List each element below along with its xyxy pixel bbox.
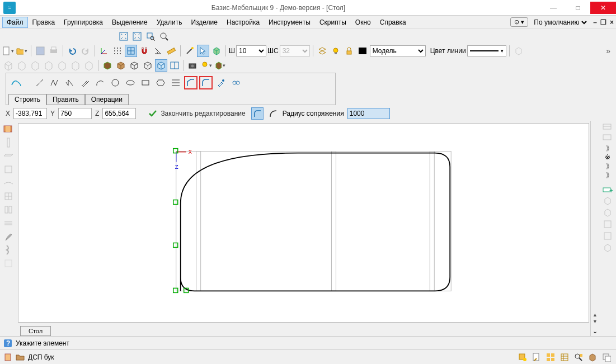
drawing-canvas[interactable]: x z <box>18 123 589 323</box>
render-solid-icon[interactable] <box>101 59 114 72</box>
render-hidden-icon[interactable] <box>142 59 154 72</box>
eyedropper-icon[interactable] <box>214 76 228 89</box>
lt-sheet-icon[interactable] <box>2 163 15 176</box>
rt-box5-icon[interactable] <box>603 243 612 254</box>
rt-box1-icon[interactable] <box>603 196 612 207</box>
tab-edit[interactable]: Править <box>46 94 85 105</box>
material-box-icon[interactable] <box>214 59 226 72</box>
hexagon-icon[interactable] <box>154 76 167 89</box>
open-button[interactable] <box>16 45 28 57</box>
finish-edit-link[interactable]: Закончить редактирование <box>161 110 245 117</box>
magnet-icon[interactable] <box>138 45 151 57</box>
undo-button[interactable] <box>66 45 78 57</box>
mdi-close[interactable]: × <box>610 18 614 26</box>
fillet-mode1-icon[interactable] <box>251 107 264 120</box>
rt-hinge1-icon[interactable]: ⟫ <box>606 144 610 152</box>
width-combo[interactable]: 10 <box>236 45 266 56</box>
lt-bar-icon[interactable] <box>2 136 15 149</box>
menu-select[interactable]: Выделение <box>107 17 152 28</box>
rt-hinge2-icon[interactable]: ※ <box>605 153 610 161</box>
zigzag-icon[interactable] <box>63 76 77 89</box>
doc-tab-stol[interactable]: Стол <box>20 326 51 336</box>
menu-group[interactable]: Группировка <box>59 17 107 28</box>
lt-grid-icon[interactable] <box>2 190 15 202</box>
polyline-icon[interactable] <box>48 76 62 89</box>
redo-button[interactable] <box>79 45 92 57</box>
menu-window[interactable]: Окно <box>351 17 375 28</box>
axes-icon[interactable] <box>98 45 110 57</box>
lt-brush-icon[interactable] <box>2 230 15 243</box>
parallel-icon[interactable] <box>78 76 92 89</box>
layers-icon[interactable] <box>316 45 328 57</box>
mdi-minimize[interactable]: – <box>593 18 597 26</box>
ruler-icon[interactable] <box>165 45 177 57</box>
clipboard-icon[interactable] <box>3 353 12 362</box>
lt-hidden-icon[interactable] <box>2 257 15 270</box>
tab-build[interactable]: Строить <box>8 94 46 105</box>
maximize-button[interactable]: □ <box>566 2 590 14</box>
view-iso-icon[interactable] <box>83 59 95 72</box>
rt-box3-icon[interactable] <box>603 220 612 230</box>
fit-view-icon[interactable] <box>117 30 130 42</box>
arc-icon[interactable] <box>93 76 107 89</box>
tab-ops[interactable]: Операции <box>85 94 129 105</box>
menu-edit[interactable]: Правка <box>28 17 60 28</box>
box-3d-icon[interactable] <box>210 45 223 57</box>
rt-box4-icon[interactable] <box>603 231 612 242</box>
menu-file[interactable]: Файл <box>2 17 28 28</box>
lt-split-icon[interactable] <box>2 204 15 216</box>
lt-slab-icon[interactable] <box>2 150 15 162</box>
rt-box2-icon[interactable] <box>603 208 612 219</box>
contour-icon[interactable] <box>10 76 23 89</box>
lt-lines-icon[interactable] <box>2 217 15 229</box>
zoom-extents-icon[interactable] <box>131 30 143 42</box>
menu-scripts[interactable]: Скрипты <box>315 17 351 28</box>
snap-grid-icon[interactable] <box>125 45 137 57</box>
view-back-icon[interactable] <box>16 59 28 72</box>
sb-icon6[interactable] <box>586 351 599 363</box>
x-input[interactable] <box>13 108 47 119</box>
circle-icon[interactable] <box>109 76 122 89</box>
view-left-icon[interactable] <box>29 59 41 72</box>
rect-icon[interactable] <box>139 76 152 89</box>
render-wire-icon[interactable] <box>128 59 140 72</box>
render-shaded-icon[interactable] <box>115 59 127 72</box>
sb-icon4[interactable] <box>558 351 571 363</box>
mdi-restore[interactable]: ❐ <box>600 18 606 26</box>
print-button[interactable] <box>48 45 60 57</box>
ellipse-icon[interactable] <box>124 76 137 89</box>
close-button[interactable]: ✕ <box>590 2 616 14</box>
chamfer-icon[interactable] <box>184 76 198 89</box>
view-bottom-icon[interactable] <box>69 59 82 72</box>
sb-icon2[interactable] <box>530 351 543 363</box>
lock-icon[interactable] <box>343 45 355 57</box>
box-small-icon[interactable] <box>512 45 525 57</box>
lt-panel-icon[interactable] <box>2 123 15 135</box>
check-icon[interactable] <box>148 109 157 118</box>
rt-add-icon[interactable]: + <box>603 187 613 195</box>
line-style-combo[interactable]: ▾ <box>467 45 506 56</box>
minimize-button[interactable]: — <box>541 2 566 14</box>
menu-help[interactable]: Справка <box>375 17 411 28</box>
tangent-lines-icon[interactable] <box>169 76 182 89</box>
key-indicator[interactable]: ⊙ ▾ <box>510 17 528 27</box>
link-icon[interactable] <box>229 76 243 89</box>
sb-icon5[interactable] <box>572 351 585 363</box>
folder-icon[interactable] <box>16 353 25 362</box>
menu-settings[interactable]: Настройка <box>222 17 264 28</box>
menu-delete[interactable]: Удалить <box>152 17 187 28</box>
wand-icon[interactable] <box>184 45 196 57</box>
select-mode-icon[interactable] <box>197 45 209 57</box>
light-icon[interactable] <box>200 59 213 72</box>
y-input[interactable] <box>58 108 92 119</box>
view-right-icon[interactable] <box>43 59 55 72</box>
rt-hinge3-icon[interactable]: ⟫ <box>606 162 610 170</box>
overflow-chevron[interactable]: » <box>606 46 610 55</box>
sb-icon3[interactable] <box>544 351 557 363</box>
viewport-split-icon[interactable] <box>168 59 181 72</box>
rt-panel1-icon[interactable] <box>603 123 613 133</box>
layout-combo[interactable]: По умолчанию <box>532 17 589 28</box>
menu-tools[interactable]: Инструменты <box>264 17 315 28</box>
save-button[interactable] <box>34 45 46 57</box>
vertical-scrollbar[interactable]: ▲ ▼ ⌄ <box>590 121 599 336</box>
